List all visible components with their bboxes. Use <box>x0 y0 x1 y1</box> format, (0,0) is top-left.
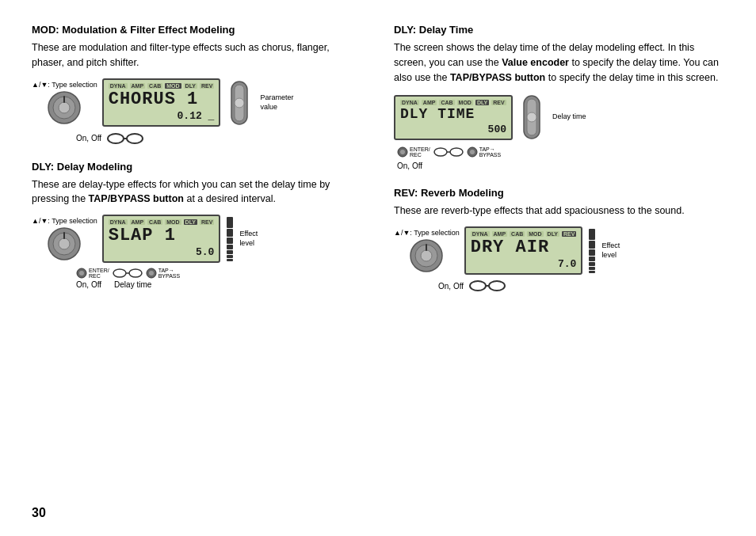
dly-onoff-label: On, Off <box>76 280 101 289</box>
svg-point-33 <box>421 250 432 261</box>
svg-point-7 <box>108 134 124 143</box>
svg-point-6 <box>235 98 244 108</box>
rev-type-label: ▲/▼: Type selection <box>394 229 460 237</box>
mod-tab-cab: CAB <box>147 83 162 89</box>
mod-tab-dyna: DYNA <box>109 83 128 89</box>
mod-title: MOD: Modulation & Filter Effect Modeling <box>32 24 362 36</box>
mod-left-knob <box>47 90 82 125</box>
dly-delaytime-label: Delay time <box>114 280 151 289</box>
dly-time-tap-lbl: TAP→BYPASS <box>479 146 502 158</box>
rev-lcd: DYNA AMP CAB MOD DLY REV DRY AIR 7.0 <box>464 226 583 275</box>
dly-m-tab-amp: AMP <box>130 219 146 225</box>
rev-onoff-label: On, Off <box>438 282 464 291</box>
dly-modeling-lcd-main: SLAP 1 <box>109 226 215 245</box>
mod-section: MOD: Modulation & Filter Effect Modeling… <box>32 24 362 145</box>
rev-left-knob <box>409 238 444 273</box>
svg-point-17 <box>129 269 142 277</box>
mod-tab-mod: MOD <box>165 83 181 89</box>
dly-tap-btn-icon <box>146 268 157 279</box>
svg-point-25 <box>400 150 405 154</box>
dly-enter-btn-icon <box>76 268 87 279</box>
dly-button-row: ENTER/REC TAP→BYPASS <box>76 268 362 279</box>
rev-tab-cab: CAB <box>510 231 525 237</box>
mod-tab-amp: AMP <box>130 83 146 89</box>
dly-time-lcd: DYNA AMP CAB MOD DLY REV DLY TIME 500 <box>394 95 513 140</box>
svg-point-2 <box>59 102 70 113</box>
svg-point-12 <box>59 238 70 249</box>
svg-point-23 <box>527 112 536 122</box>
dly-chain-icon <box>112 268 143 279</box>
svg-point-26 <box>434 148 447 156</box>
rev-section: REV: Reverb Modeling These are reverb-ty… <box>394 187 724 292</box>
dly-bold: TAP/BYPASS button <box>89 193 184 204</box>
mod-chain-icon <box>106 132 144 145</box>
dly-time-button-row: ENTER/REC TAP→BYPASS <box>397 146 724 158</box>
dly-value-encoder-bold: Value encoder <box>502 57 569 68</box>
dly-time-lcd-main: DLY TIME <box>400 107 506 123</box>
mod-type-label: ▲/▼: Type selection <box>32 81 97 89</box>
mod-lcd: DYNA AMP CAB MOD DLY REV CHORUS 1 0.12 _ <box>102 78 221 127</box>
mod-onoff-label: On, Off <box>76 134 101 143</box>
dly-time-delay-label: Delay time <box>552 112 586 122</box>
dly-level-bars <box>227 217 233 261</box>
dly-modeling-diagram: ▲/▼: Type selection DYNA AMP <box>32 215 362 289</box>
dly-time-body: The screen shows the delay time of the d… <box>394 40 724 85</box>
dly-time-onoff-label: On, Off <box>397 162 422 170</box>
dly-t-tab-amp: AMP <box>422 100 437 105</box>
svg-point-35 <box>470 281 486 291</box>
page-number: 30 <box>32 506 46 520</box>
dly-t-tab-rev: REV <box>491 100 506 105</box>
dly-bottom-labels: On, Off Delay time <box>76 280 362 289</box>
dly-t-tab-cab: CAB <box>439 100 454 105</box>
dly-left-knob <box>47 226 82 261</box>
rev-lcd-main: DRY AIR <box>471 238 577 257</box>
rev-tab-rev: REV <box>562 231 576 237</box>
dly-modeling-body: These are delay-type effects for which y… <box>32 177 362 207</box>
dly-type-label: ▲/▼: Type selection <box>32 217 97 225</box>
dly-time-lcd-tabs: DYNA AMP CAB MOD DLY REV <box>400 100 506 105</box>
dly-tap-label: TAP→BYPASS <box>158 268 181 279</box>
rev-tab-dyna: DYNA <box>471 231 490 237</box>
dly-time-chain <box>433 146 464 158</box>
mod-diagram: ▲/▼: Type selection DYNA AMP <box>32 78 362 145</box>
svg-point-27 <box>450 148 463 156</box>
rev-onoff-row: On, Off <box>438 279 724 292</box>
dly-m-tab-mod: MOD <box>165 219 181 225</box>
mod-param-label: Parameter value <box>260 93 293 112</box>
dly-m-tab-dyna: DYNA <box>109 219 128 225</box>
dly-t-tab-dly: DLY <box>475 100 489 105</box>
rev-lcd-tabs: DYNA AMP CAB MOD DLY REV <box>471 231 577 237</box>
dly-enter-label: ENTER/REC <box>89 268 109 279</box>
mod-lcd-sub: 0.12 _ <box>109 110 215 122</box>
rev-body: These are reverb-type effects that add s… <box>394 203 724 219</box>
dly-m-tab-rev: REV <box>200 219 214 225</box>
rev-effect-label: Effect level <box>601 241 620 260</box>
dly-time-tap-btn <box>467 146 478 158</box>
dly-time-enter-btn <box>397 146 408 158</box>
svg-point-16 <box>113 269 126 277</box>
rev-title: REV: Reverb Modeling <box>394 187 724 199</box>
dly-m-tab-cab: CAB <box>147 219 162 225</box>
svg-point-30 <box>470 150 475 154</box>
dly-t-tab-mod: MOD <box>457 100 473 105</box>
svg-point-15 <box>79 271 84 276</box>
dly-modeling-lcd-sub: 5.0 <box>109 246 215 258</box>
rev-tab-amp: AMP <box>492 231 508 237</box>
dly-m-tab-dly: DLY <box>184 219 197 225</box>
mod-lcd-main: CHORUS 1 <box>109 90 215 109</box>
dly-time-diagram: DYNA AMP CAB MOD DLY REV DLY TIME 500 <box>394 93 724 171</box>
mod-body: These are modulation and filter-type eff… <box>32 40 362 70</box>
dly-time-lcd-sub: 500 <box>400 124 506 135</box>
rev-diagram: ▲/▼: Type selection DYNA AMP <box>394 226 724 292</box>
dly-time-onoff-row: On, Off <box>397 159 724 171</box>
mod-onoff-row: On, Off <box>76 132 362 145</box>
svg-point-36 <box>489 281 505 291</box>
dly-modeling-section: DLY: Delay Modeling These are delay-type… <box>32 161 362 290</box>
rev-tab-mod: MOD <box>527 231 543 237</box>
rev-level-bars <box>589 229 595 273</box>
mod-tab-dly: DLY <box>184 83 197 89</box>
rev-chain-icon <box>468 279 506 292</box>
dly-modeling-lcd-tabs: DYNA AMP CAB MOD DLY REV <box>109 219 215 225</box>
mod-tab-rev: REV <box>200 83 214 89</box>
dly-tapbypass-bold: TAP/BYPASS button <box>450 72 545 83</box>
